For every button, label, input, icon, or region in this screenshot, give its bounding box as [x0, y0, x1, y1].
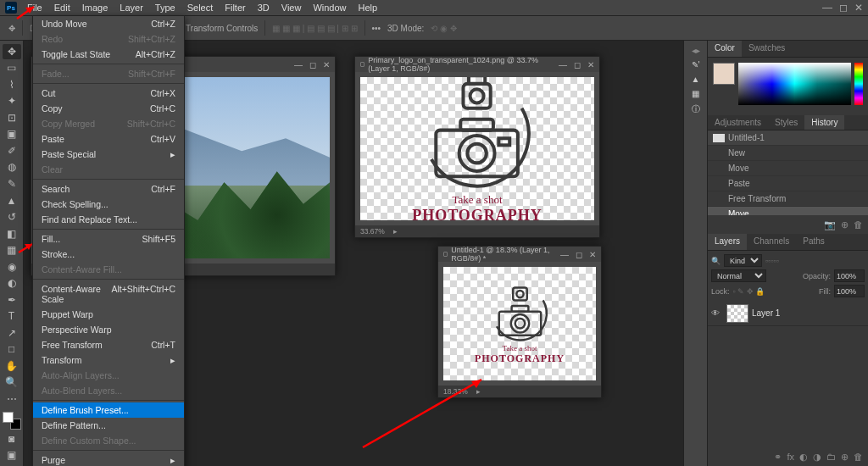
- menu-view[interactable]: View: [276, 1, 307, 14]
- healing-tool[interactable]: ◍: [3, 160, 21, 175]
- tab-styles[interactable]: Styles: [768, 115, 804, 130]
- history-snapshot-icon[interactable]: 📷: [824, 219, 836, 230]
- stamp-tool[interactable]: ▲: [3, 193, 21, 208]
- menu-item-search[interactable]: SearchCtrl+F: [33, 181, 184, 197]
- menu-item-purge[interactable]: Purge▸: [33, 452, 184, 466]
- fill-input[interactable]: [834, 285, 865, 297]
- menu-item-toggle-last-state[interactable]: Toggle Last StateAlt+Ctrl+Z: [33, 47, 184, 62]
- layer-thumbnail[interactable]: [726, 304, 748, 323]
- menu-item-puppet-warp[interactable]: Puppet Warp: [33, 307, 184, 322]
- eyedropper-tool[interactable]: ✐: [3, 143, 21, 158]
- group-icon[interactable]: 🗀: [826, 452, 836, 462]
- link-layers-icon[interactable]: ⚭: [774, 452, 782, 463]
- menu-item-stroke[interactable]: Stroke...: [33, 247, 184, 262]
- menu-item-perspective-warp[interactable]: Perspective Warp: [33, 322, 184, 337]
- menu-item-define-pattern[interactable]: Define Pattern...: [33, 418, 184, 433]
- frame-tool[interactable]: ▣: [3, 127, 21, 142]
- doc2-canvas[interactable]: Take a shot PHOTOGRAPHY: [360, 77, 594, 220]
- crop-tool[interactable]: ⊡: [3, 110, 21, 125]
- magic-wand-tool[interactable]: ✦: [3, 94, 21, 109]
- doc3-max[interactable]: ◻: [576, 250, 582, 259]
- type-tool[interactable]: T: [3, 309, 21, 325]
- history-step[interactable]: Move: [708, 161, 868, 176]
- history-doc[interactable]: Untitled-1: [708, 130, 868, 146]
- swatches-panel-icon[interactable]: ▦: [692, 89, 699, 98]
- history-step[interactable]: Free Transform: [708, 191, 868, 207]
- tab-history[interactable]: History: [804, 115, 844, 130]
- tab-channels[interactable]: Channels: [747, 234, 796, 250]
- menu-item-free-transform[interactable]: Free TransformCtrl+T: [33, 337, 184, 352]
- menu-item-cut[interactable]: CutCtrl+X: [33, 86, 184, 101]
- history-trash-icon[interactable]: 🗑: [854, 219, 863, 230]
- marquee-tool[interactable]: ▭: [3, 61, 21, 76]
- menu-item-transform[interactable]: Transform▸: [33, 352, 184, 368]
- eraser-tool[interactable]: ◧: [3, 226, 21, 241]
- menu-item-paste-special[interactable]: Paste Special▸: [33, 147, 184, 162]
- screen-mode[interactable]: ▣: [3, 448, 21, 463]
- menu-item-define-brush-preset[interactable]: Define Brush Preset...: [33, 402, 184, 418]
- move-tool[interactable]: ✥: [3, 44, 21, 59]
- opacity-input[interactable]: [834, 269, 865, 282]
- layer-mask-icon[interactable]: ◐: [799, 452, 808, 463]
- pen-tool[interactable]: ✒: [3, 292, 21, 308]
- menu-type[interactable]: Type: [150, 1, 181, 14]
- doc2-close[interactable]: ✕: [587, 60, 594, 69]
- doc1-min[interactable]: —: [294, 60, 303, 69]
- doc3-min[interactable]: —: [560, 250, 569, 259]
- menu-file[interactable]: File: [22, 1, 47, 14]
- menu-item-undo-move[interactable]: Undo MoveCtrl+Z: [33, 16, 184, 31]
- doc2-min[interactable]: —: [559, 60, 567, 69]
- blur-tool[interactable]: ◉: [3, 259, 21, 275]
- history-brush-tool[interactable]: ↺: [3, 209, 21, 225]
- layer-kind-filter[interactable]: Kind: [724, 254, 762, 267]
- lasso-tool[interactable]: ⌇: [3, 77, 21, 92]
- new-layer-icon[interactable]: ⊕: [841, 452, 849, 463]
- info-panel-icon[interactable]: ⓘ: [692, 103, 700, 115]
- adj-layer-icon[interactable]: ◑: [813, 452, 821, 463]
- color-swatch[interactable]: [713, 63, 735, 85]
- doc1-close[interactable]: ✕: [323, 60, 330, 69]
- tab-layers[interactable]: Layers: [708, 234, 747, 250]
- hue-strip[interactable]: [854, 63, 863, 105]
- edit-toolbar[interactable]: ⋯: [3, 391, 21, 407]
- tab-color[interactable]: Color: [708, 41, 742, 57]
- window-maximize[interactable]: ◻: [839, 2, 848, 14]
- gradient-tool[interactable]: ▦: [3, 242, 21, 258]
- menu-filter[interactable]: Filter: [220, 1, 250, 14]
- layer-row[interactable]: 👁 Layer 1: [708, 301, 868, 326]
- menu-select[interactable]: Select: [182, 1, 219, 14]
- doc1-max[interactable]: ◻: [309, 60, 316, 69]
- layer-fx-icon[interactable]: fx: [787, 452, 794, 462]
- menu-layer[interactable]: Layer: [114, 1, 148, 14]
- history-step[interactable]: New: [708, 146, 868, 161]
- history-new-icon[interactable]: ⊕: [841, 219, 849, 230]
- tab-adjustments[interactable]: Adjustments: [708, 115, 768, 130]
- document-window-3[interactable]: Untitled-1 @ 18.3% (Layer 1, RGB/8#) * —…: [437, 246, 602, 398]
- window-minimize[interactable]: —: [822, 2, 832, 14]
- menu-help[interactable]: Help: [353, 1, 383, 14]
- menu-edit[interactable]: Edit: [49, 1, 75, 14]
- foreground-background-colors[interactable]: [3, 412, 21, 430]
- tab-swatches[interactable]: Swatches: [742, 41, 792, 57]
- path-tool[interactable]: ↗: [3, 325, 21, 341]
- history-step[interactable]: Move: [708, 207, 868, 215]
- menu-window[interactable]: Window: [308, 1, 351, 14]
- doc3-close[interactable]: ✕: [589, 250, 596, 259]
- tab-paths[interactable]: Paths: [796, 234, 832, 250]
- doc2-max[interactable]: ◻: [574, 60, 581, 69]
- expand-panel-icon[interactable]: ◂▸: [692, 46, 700, 55]
- document-window-2[interactable]: Primary_logo_on_transparent_1024.png @ 3…: [354, 56, 600, 238]
- menu-item-copy[interactable]: CopyCtrl+C: [33, 101, 184, 116]
- window-close[interactable]: ✕: [854, 2, 863, 14]
- menu-3d[interactable]: 3D: [253, 1, 275, 14]
- zoom-tool[interactable]: 🔍: [3, 375, 21, 391]
- history-step[interactable]: Paste: [708, 176, 868, 191]
- delete-layer-icon[interactable]: 🗑: [854, 452, 863, 462]
- menu-image[interactable]: Image: [77, 1, 114, 14]
- brush-panel-icon[interactable]: ✎': [692, 60, 700, 69]
- blend-mode[interactable]: Normal: [711, 269, 766, 282]
- menu-item-fill[interactable]: Fill...Shift+F5: [33, 231, 184, 247]
- color-spectrum[interactable]: [738, 63, 851, 105]
- dodge-tool[interactable]: ◐: [3, 275, 21, 291]
- shape-tool[interactable]: □: [3, 342, 21, 358]
